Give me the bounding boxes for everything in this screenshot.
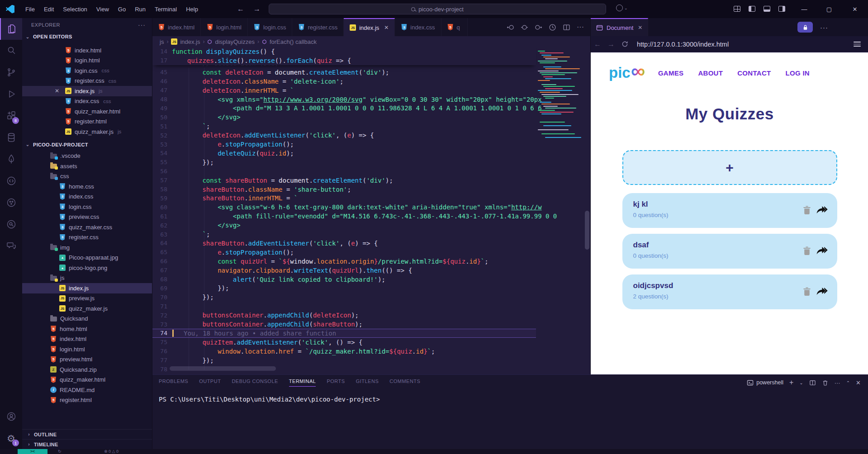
- split-editor-icon[interactable]: [563, 24, 570, 31]
- browser-menu-icon[interactable]: [854, 42, 861, 47]
- breadcrumb-item[interactable]: index.js: [180, 38, 200, 45]
- vertical-scrollbar[interactable]: [585, 211, 589, 250]
- editor-more-icon[interactable]: ···: [577, 23, 584, 31]
- menu-selection[interactable]: Selection: [58, 0, 91, 18]
- terminal-prompt[interactable]: PS C:\Users\Titi\Desktop\uni\Media2\dev\…: [159, 396, 380, 403]
- open-editors-header[interactable]: ⌄ OPEN EDITORS: [22, 32, 152, 42]
- open-editor-item[interactable]: 3index.csscss: [22, 96, 152, 107]
- delete-quiz-icon[interactable]: [803, 287, 811, 296]
- nav-games[interactable]: GAMES: [658, 69, 684, 77]
- code-line[interactable]: 56: [152, 167, 536, 176]
- code-line[interactable]: 47 deleteIcon.innerHTML = `: [152, 86, 536, 95]
- code-line[interactable]: 68 alert('Quiz link copied to clipboard!…: [152, 275, 536, 284]
- next-change-icon[interactable]: [535, 24, 542, 31]
- close-panel-icon[interactable]: ✕: [856, 379, 861, 386]
- extensions-icon[interactable]: 8: [0, 105, 22, 127]
- code-line[interactable]: 17 quizzes.slice().reverse().forEach(qui…: [152, 56, 536, 65]
- code-line[interactable]: 63 `;: [152, 230, 536, 239]
- kill-terminal-icon[interactable]: [822, 379, 829, 386]
- code-line[interactable]: 60 <svg class="w-6 h-6 text-gray-800 dar…: [152, 203, 536, 212]
- browser-forward-icon[interactable]: →: [604, 40, 618, 48]
- tree-item[interactable]: 5register.html: [22, 395, 152, 406]
- close-icon[interactable]: ✕: [638, 24, 642, 31]
- code-line[interactable]: 62 </svg>: [152, 221, 536, 230]
- share-quiz-icon[interactable]: [816, 287, 828, 296]
- code-line[interactable]: 48 <svg xmlns="http://www.w3.org/2000/sv…: [152, 95, 536, 104]
- tree-item[interactable]: 3preview.css: [22, 212, 152, 222]
- code-line[interactable]: 70 });: [152, 293, 536, 302]
- project-header[interactable]: ⌄ PICOO-DEV-PROJECT: [22, 140, 152, 150]
- tree-item[interactable]: ▲picoo-logo.png: [22, 263, 152, 273]
- code-line[interactable]: 54 deleteQuiz(quiz.id);: [152, 149, 536, 158]
- minimap[interactable]: [536, 47, 581, 374]
- live-preview-icon[interactable]: [0, 170, 22, 192]
- panel-tab-output[interactable]: OUTPUT: [199, 378, 221, 387]
- code-line[interactable]: 65 e.stopPropagation();: [152, 248, 536, 257]
- code-line[interactable]: 53 e.stopPropagation();: [152, 140, 536, 149]
- quiz-card[interactable]: oidjcspvsd2 question(s): [622, 274, 837, 309]
- tree-item[interactable]: img: [22, 242, 152, 253]
- panel-tab-comments[interactable]: COMMENTS: [389, 378, 420, 387]
- code-line[interactable]: 72 buttonsContainer.appendChild(deleteIc…: [152, 311, 536, 320]
- code-line[interactable]: 76 window.location.href = `/quizz_maker.…: [152, 347, 536, 356]
- tree-item[interactable]: 5index.html: [22, 334, 152, 345]
- toggle-panel-icon[interactable]: [764, 6, 770, 12]
- delete-quiz-icon[interactable]: [803, 246, 811, 255]
- add-quiz-button[interactable]: +: [622, 150, 837, 185]
- timeline-section[interactable]: › TIMELINE: [22, 439, 152, 449]
- tree-item[interactable]: 5preview.html: [22, 355, 152, 365]
- tree-item[interactable]: JSindex.js: [22, 283, 152, 293]
- database-icon[interactable]: [0, 127, 22, 148]
- open-editor-item[interactable]: 5login.html: [22, 56, 152, 66]
- close-button[interactable]: ✕: [844, 0, 865, 18]
- lock-icon[interactable]: [797, 22, 813, 33]
- tab-index.css[interactable]: 3index.css: [395, 18, 441, 36]
- url-field[interactable]: http://127.0.0.1:3000/index.html: [637, 41, 729, 48]
- quiz-card[interactable]: kj kl0 question(s): [622, 193, 837, 228]
- tab-q[interactable]: 5q: [441, 18, 468, 36]
- close-icon[interactable]: ✕: [384, 24, 389, 31]
- breadcrumb-item[interactable]: js: [160, 38, 164, 45]
- open-editor-item[interactable]: 3login.csscss: [22, 66, 152, 76]
- panel-tab-problems[interactable]: PROBLEMS: [159, 378, 188, 387]
- tree-item[interactable]: .vscode: [22, 151, 152, 161]
- open-editor-item[interactable]: 5register.html: [22, 117, 152, 127]
- tab-document[interactable]: Document ✕: [591, 18, 648, 36]
- run-debug-icon[interactable]: [0, 83, 22, 105]
- tree-item[interactable]: ▲Picoo-apparaat.jpg: [22, 253, 152, 263]
- toggle-sidebar-icon[interactable]: [749, 6, 755, 12]
- remote-indicator[interactable]: ><: [18, 449, 47, 454]
- tab-login.css[interactable]: 3login.css: [248, 18, 293, 36]
- tree-item[interactable]: 3quizz_maker.css: [22, 222, 152, 232]
- open-editor-item[interactable]: JSquizz_maker.jsjs: [22, 127, 152, 137]
- code-line[interactable]: 74You, 18 hours ago • added share functi…: [152, 329, 536, 338]
- source-control-icon[interactable]: [0, 61, 22, 83]
- code-line[interactable]: 58 shareButton.className = 'share-button…: [152, 185, 536, 194]
- breadcrumb-item[interactable]: displayQuizzes: [215, 38, 254, 45]
- explorer-actions-icon[interactable]: ···: [138, 21, 146, 28]
- search-icon[interactable]: [0, 40, 22, 61]
- breadcrumb[interactable]: js›JSindex.js›displayQuizzes›forEach() c…: [152, 36, 590, 47]
- history-forward-icon[interactable]: →: [253, 0, 261, 18]
- tab-login.html[interactable]: 5login.html: [201, 18, 248, 36]
- status-item[interactable]: ↻: [58, 449, 62, 454]
- remote-node-icon[interactable]: [0, 192, 22, 213]
- code-line[interactable]: 75 quizItem.addEventListener('click', ()…: [152, 338, 536, 347]
- code-editor[interactable]: 44 // delete icon (3.0)45 const deleteIc…: [152, 47, 590, 374]
- code-line[interactable]: 59 shareButton.innerHTML = `: [152, 194, 536, 203]
- code-line[interactable]: 50 </svg>: [152, 113, 536, 122]
- tree-item[interactable]: 3register.css: [22, 232, 152, 243]
- code-line[interactable]: 46 deleteIcon.className = 'delete-icon';: [152, 77, 536, 86]
- code-line[interactable]: 14function displayQuizzes() {: [152, 47, 536, 56]
- share-quiz-icon[interactable]: [816, 205, 828, 215]
- tree-item[interactable]: ZQuicksand.zip: [22, 364, 152, 375]
- tree-item[interactable]: Quicksand: [22, 314, 152, 324]
- explorer-icon[interactable]: [0, 18, 22, 40]
- menu-terminal[interactable]: Terminal: [150, 0, 181, 18]
- tree-item[interactable]: 3index.css: [22, 192, 152, 202]
- share-quiz-icon[interactable]: [816, 246, 828, 255]
- tree-item[interactable]: 3home.css: [22, 181, 152, 192]
- split-terminal-icon[interactable]: [809, 379, 816, 386]
- menu-help[interactable]: Help: [181, 0, 203, 18]
- nav-contact[interactable]: CONTACT: [737, 69, 771, 77]
